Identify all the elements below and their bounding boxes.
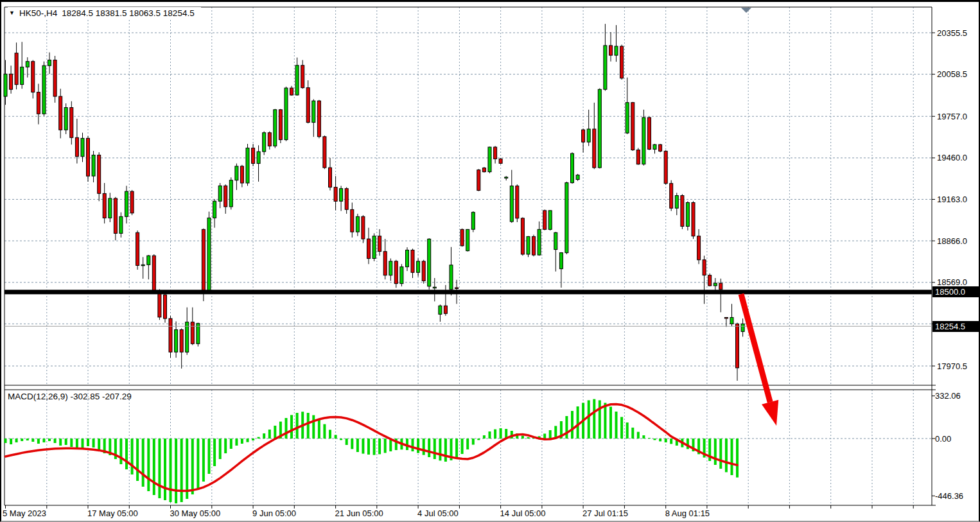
price-axis[interactable]: [932, 7, 980, 505]
macd-axis-label: 332.06: [935, 391, 961, 401]
price-badge: 18500.0: [932, 286, 980, 297]
chart-window: ▼HK50-,H418284.5 18381.5 18063.5 18254.5…: [0, 0, 980, 522]
time-axis-label: 8 Aug 01:15: [665, 509, 710, 518]
price-badge: 18254.5: [932, 321, 980, 332]
price-axis-label: 20355.5: [937, 28, 967, 38]
price-axis-label: 18569.0: [937, 277, 967, 287]
time-axis-label: 17 May 05:00: [87, 509, 138, 518]
time-axis-label: 30 May 05:00: [170, 509, 221, 518]
time-axis-label: 14 Jul 05:00: [500, 509, 546, 518]
time-axis-label: 9 Jun 05:00: [252, 509, 296, 518]
time-axis-label: 21 Jun 05:00: [335, 509, 383, 518]
macd-axis-label: 0.00: [935, 434, 951, 444]
price-axis-label: 19757.0: [937, 112, 967, 121]
price-axis-label: 19460.0: [937, 153, 967, 162]
symbol-collapse-icon[interactable]: ▼: [9, 10, 15, 16]
price-axis-label: 18866.0: [937, 236, 967, 246]
price-axis-label: 19163.0: [937, 195, 967, 204]
time-axis-label: 5 May 2023: [3, 509, 46, 518]
ohlc-values: 18284.5 18381.5 18063.5 18254.5: [62, 8, 194, 18]
time-axis[interactable]: [4, 505, 932, 522]
price-pane[interactable]: [4, 7, 932, 385]
time-axis-label: 4 Jul 05:00: [417, 509, 459, 518]
chart-title: ▼HK50-,H418284.5 18381.5 18063.5 18254.5: [8, 7, 201, 19]
indicator-pane[interactable]: [4, 390, 932, 505]
symbol-period-label: HK50-,H4: [19, 8, 57, 18]
time-axis-label: 27 Jul 01:15: [582, 509, 628, 518]
macd-axis-label: -446.36: [935, 491, 963, 501]
macd-indicator-label: MACD(12,26,9) -302.85 -207.29: [8, 392, 132, 401]
price-axis-label: 17970.5: [937, 361, 967, 371]
price-axis-label: 20058.5: [937, 69, 967, 79]
